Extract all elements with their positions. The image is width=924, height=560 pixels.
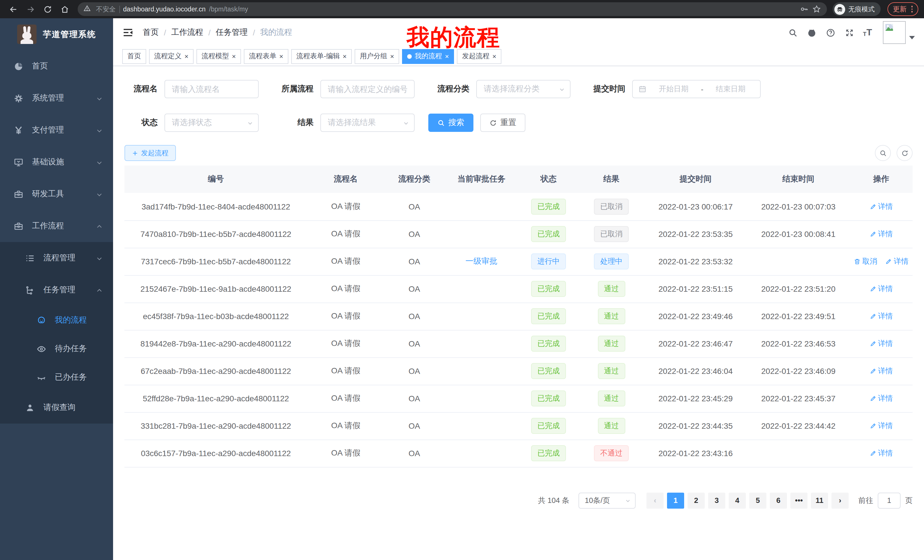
sidebar-item-dev-tools[interactable]: 研发工具 — [0, 178, 113, 210]
close-icon[interactable]: × — [279, 53, 283, 60]
incognito-badge: 无痕模式 — [832, 2, 880, 16]
detail-action[interactable]: 详情 — [885, 256, 909, 267]
task-link[interactable]: 一级审批 — [465, 256, 497, 265]
sidebar-item-system-mgmt[interactable]: 系统管理 — [0, 82, 113, 114]
detail-action[interactable]: 详情 — [870, 311, 893, 321]
cancel-action[interactable]: 取消 — [854, 256, 877, 267]
reset-button[interactable]: 重置 — [480, 114, 525, 132]
start-date-input[interactable]: 开始日期 — [650, 84, 698, 94]
sidebar-item-done-tasks[interactable]: 已办任务 — [0, 363, 113, 392]
tab-user-group[interactable]: 用户分组× — [355, 49, 399, 64]
security-label[interactable]: 不安全 — [96, 5, 116, 13]
app-logo[interactable]: 芋道管理系统 — [0, 18, 113, 50]
cell-status: 已完成 — [519, 220, 579, 248]
status-badge: 已完成 — [531, 445, 566, 461]
tab-process-form-edit[interactable]: 流程表单-编辑× — [291, 49, 352, 64]
search-button[interactable]: 搜索 — [428, 114, 473, 132]
forward-icon[interactable] — [23, 2, 38, 16]
caret-down-icon[interactable] — [909, 36, 915, 39]
fullscreen-icon[interactable] — [844, 27, 854, 38]
sidebar-item-home[interactable]: 首页 — [0, 50, 113, 82]
page-button-1[interactable]: 1 — [667, 493, 684, 508]
sidebar-item-leave-query[interactable]: 请假查询 — [0, 392, 113, 424]
tab-process-form[interactable]: 流程表单× — [244, 49, 288, 64]
category-select[interactable]: 请选择流程分类 — [476, 80, 570, 98]
cell-category: OA — [384, 220, 444, 248]
sidebar-item-workflow[interactable]: 工作流程 — [0, 210, 113, 242]
breadcrumb-item[interactable]: 工作流程 — [171, 27, 203, 38]
detail-action[interactable]: 详情 — [870, 448, 893, 458]
close-icon[interactable]: × — [343, 53, 346, 60]
cell-process-name: OA 请假 — [307, 193, 384, 220]
fontsize-icon[interactable]: TT — [863, 28, 872, 37]
detail-action[interactable]: 详情 — [870, 229, 893, 239]
page-button-6[interactable]: 6 — [770, 493, 787, 508]
process-name-input[interactable] — [165, 80, 259, 98]
update-label[interactable]: 更新 — [893, 4, 907, 14]
sidebar-item-infrastructure[interactable]: 基础设施 — [0, 146, 113, 178]
owner-process-input[interactable] — [320, 80, 415, 98]
cell-current-task — [444, 440, 519, 467]
breadcrumb-item[interactable]: 首页 — [143, 27, 159, 38]
sidebar-item-my-process[interactable]: 我的流程 — [0, 306, 113, 334]
search-icon[interactable] — [788, 27, 798, 38]
page-size-select[interactable]: 10条/页 — [579, 493, 636, 508]
tab-home[interactable]: 首页 — [122, 49, 146, 64]
close-icon[interactable]: × — [492, 53, 496, 60]
close-icon[interactable]: × — [445, 53, 449, 60]
home-icon[interactable] — [57, 2, 72, 16]
hamburger-collapse-icon[interactable] — [122, 27, 134, 38]
result-select[interactable]: 请选择流结果 — [320, 114, 415, 132]
key-icon[interactable] — [799, 4, 808, 14]
table-header-row: 编号流程名流程分类当前审批任务状态结果提交时间结束时间操作 — [124, 166, 913, 193]
cell-submit-time: 2022-01-22 23:43:16 — [644, 440, 747, 467]
breadcrumb-separator: / — [208, 28, 211, 37]
cell-end-time: 2022-01-23 00:08:41 — [747, 220, 850, 248]
help-icon[interactable] — [825, 27, 836, 38]
page-button-2[interactable]: 2 — [688, 493, 705, 508]
sidebar-item-payment-mgmt[interactable]: 支付管理 — [0, 114, 113, 146]
submit-time-range[interactable]: 开始日期 - 结束日期 — [632, 80, 760, 98]
page-button-3[interactable]: 3 — [708, 493, 725, 508]
page-button-4[interactable]: 4 — [729, 493, 746, 508]
more-vert-icon[interactable] — [911, 6, 913, 13]
result-badge: 通过 — [598, 308, 625, 324]
tab-process-definition[interactable]: 流程定义× — [149, 49, 194, 64]
avatar[interactable] — [883, 21, 906, 44]
url-path[interactable]: /bpm/task/my — [209, 6, 248, 13]
prev-page-button[interactable]: ‹ — [646, 493, 664, 508]
tab-process-model[interactable]: 流程模型× — [196, 49, 241, 64]
back-icon[interactable] — [6, 2, 21, 16]
url-host[interactable]: dashboard.yudao.iocoder.cn — [123, 6, 206, 13]
detail-action[interactable]: 详情 — [870, 202, 893, 212]
close-icon[interactable]: × — [390, 53, 394, 60]
detail-action[interactable]: 详情 — [870, 393, 893, 404]
toolbox-icon — [14, 221, 23, 231]
update-button[interactable]: 更新 — [887, 2, 918, 16]
next-page-button[interactable]: › — [831, 493, 849, 508]
breadcrumb-item[interactable]: 任务管理 — [216, 27, 248, 38]
more-pages-button[interactable]: ••• — [790, 493, 807, 508]
sidebar-item-task-mgmt[interactable]: 任务管理 — [0, 274, 113, 306]
sidebar-item-process-mgmt[interactable]: 流程管理 — [0, 242, 113, 274]
detail-action[interactable]: 详情 — [870, 366, 893, 376]
status-select[interactable]: 请选择状态 — [165, 114, 259, 132]
page-button-11[interactable]: 11 — [811, 493, 828, 508]
detail-action[interactable]: 详情 — [870, 284, 893, 294]
goto-page-input[interactable] — [878, 493, 901, 508]
reload-icon[interactable] — [40, 2, 55, 16]
page-button-5[interactable]: 5 — [749, 493, 766, 508]
end-date-input[interactable]: 结束日期 — [707, 84, 754, 94]
cell-end-time — [747, 440, 850, 467]
table-search-button[interactable] — [875, 145, 891, 161]
table-refresh-button[interactable] — [897, 145, 913, 161]
url-bar[interactable]: 不安全 dashboard.yudao.iocoder.cn /bpm/task… — [78, 2, 826, 16]
detail-action[interactable]: 详情 — [870, 421, 893, 431]
github-icon[interactable] — [806, 27, 817, 38]
star-icon[interactable] — [812, 4, 821, 14]
start-process-button[interactable]: 发起流程 — [124, 145, 176, 161]
sidebar-item-todo-tasks[interactable]: 待办任务 — [0, 334, 113, 363]
close-icon[interactable]: × — [232, 53, 236, 60]
detail-action[interactable]: 详情 — [870, 338, 893, 349]
close-icon[interactable]: × — [184, 53, 189, 60]
